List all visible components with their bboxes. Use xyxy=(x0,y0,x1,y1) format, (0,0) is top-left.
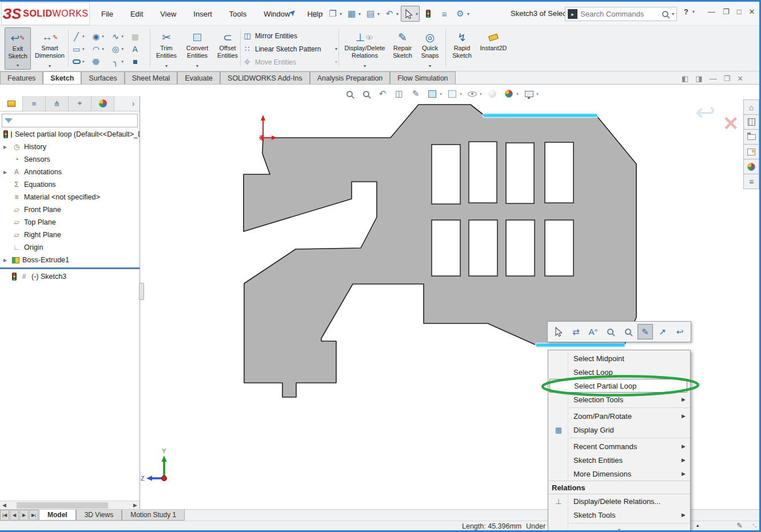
expander-icon[interactable]: ▶ xyxy=(3,170,9,175)
centerpoint-arc-tool[interactable]: ◠▾ xyxy=(90,44,109,54)
help-button[interactable]: ? xyxy=(684,7,688,16)
create-annotation-button[interactable]: A° xyxy=(586,324,601,339)
sketch-hole[interactable] xyxy=(469,220,497,276)
menu-item-select-partial-loop[interactable]: Select Partial Loop xyxy=(549,379,687,393)
menu-view[interactable]: View xyxy=(159,8,177,20)
zoom-to-area-button[interactable] xyxy=(360,87,372,100)
chevron-down-icon[interactable]: ▾ xyxy=(82,59,85,64)
expander-icon[interactable]: ▶ xyxy=(3,145,9,150)
featuremanager-tree-tab[interactable] xyxy=(0,96,23,111)
convert-entities-button[interactable]: Convert Entities ▾ xyxy=(181,27,213,70)
rapid-sketch-button[interactable]: ↯ Rapid Sketch xyxy=(448,27,476,70)
configurationmanager-tab[interactable]: ⋔ xyxy=(46,96,69,111)
chevron-down-icon[interactable]: ▾ xyxy=(467,11,469,17)
design-library-button[interactable] xyxy=(743,114,759,130)
tree-item-top-plane[interactable]: ▱Top Plane xyxy=(0,216,140,229)
circle-tool[interactable]: ◉▾ xyxy=(90,31,109,42)
tree-item-sensors[interactable]: ◔Sensors xyxy=(0,153,140,166)
chevron-down-icon[interactable]: ▾ xyxy=(340,11,342,17)
smart-dimension-context-button[interactable]: ↗ xyxy=(655,324,670,339)
chevron-down-icon[interactable]: ▾ xyxy=(102,34,104,39)
tree-filter[interactable] xyxy=(2,114,138,127)
tab-analysis-preparation[interactable]: Analysis Preparation xyxy=(310,71,391,84)
tab-solidworks-add-ins[interactable]: SOLIDWORKS Add-Ins xyxy=(220,71,310,84)
chevron-down-icon[interactable]: ▾ xyxy=(516,91,519,97)
displaymanager-tab[interactable] xyxy=(91,96,114,111)
edit-sketch-button[interactable]: ✎ xyxy=(638,324,652,339)
save-button[interactable]: ▦▾ xyxy=(344,6,362,22)
chevron-down-icon[interactable]: ▾ xyxy=(82,47,85,51)
menu-item-more-dimensions[interactable]: More Dimensions▶ xyxy=(548,467,690,481)
doc-close-button[interactable]: ✕ xyxy=(737,74,743,83)
show-left-pane-icon[interactable]: ◧ xyxy=(682,74,688,83)
dimxpertmanager-tab[interactable]: ⌖ xyxy=(69,96,91,111)
spline-tool[interactable]: ∿▾ xyxy=(110,31,129,42)
chevron-down-icon[interactable]: ▾ xyxy=(122,47,124,51)
sketch-hole[interactable] xyxy=(545,220,573,276)
smart-dimension-button[interactable]: ↔✎ Smart Dimension ▾ xyxy=(33,27,67,70)
zoom-to-fit-button[interactable] xyxy=(343,87,356,100)
tree-root-item[interactable]: Select partial loop (Default<<Default>_D… xyxy=(0,128,140,141)
close-button[interactable]: ✕ xyxy=(749,7,755,16)
show-right-pane-icon[interactable]: ◨ xyxy=(695,74,702,83)
doc-restore-button[interactable]: ❐ xyxy=(724,74,731,83)
bottom-tab-model[interactable]: Model xyxy=(39,510,76,521)
sketch-hole[interactable] xyxy=(506,220,535,276)
chevron-down-icon[interactable]: ▾ xyxy=(122,34,124,39)
cancel-sketch-icon[interactable]: ✕ xyxy=(723,112,739,135)
chevron-down-icon[interactable]: ▾ xyxy=(536,91,539,97)
sketch-fillet-tool[interactable]: ╮▾ xyxy=(110,57,129,67)
tab-evaluate[interactable]: Evaluate xyxy=(177,71,220,84)
tree-item-material-not-specified-[interactable]: ≡Material <not specified> xyxy=(0,191,140,203)
minimize-button[interactable]: — xyxy=(708,7,715,16)
rollback-bar[interactable] xyxy=(0,267,140,269)
trim-entities-button[interactable]: ✂ Trim Entities ▾ xyxy=(153,27,180,70)
chevron-down-icon[interactable]: ▾ xyxy=(335,46,337,51)
instant2d-button[interactable]: Instant2D xyxy=(477,27,510,70)
ellipse-tool[interactable]: ◎▾ xyxy=(110,44,129,54)
tab-sketch[interactable]: Sketch xyxy=(43,71,81,84)
view-orientation-button[interactable]: ▾ xyxy=(426,87,442,100)
menu-item-display-grid[interactable]: ▦Display Grid xyxy=(548,423,690,437)
menu-file[interactable]: File xyxy=(100,8,114,20)
offset-entities-button[interactable]: ⊂ Offset Entities xyxy=(214,27,241,70)
sketch-hole[interactable] xyxy=(545,142,573,203)
chevron-down-icon[interactable]: ▾ xyxy=(358,11,361,17)
view-settings-button[interactable]: ▾ xyxy=(523,87,539,100)
slot-tool[interactable]: ▾ xyxy=(71,57,90,67)
previous-view-button[interactable]: ↶ xyxy=(376,87,389,100)
menu-item-select-midpoint[interactable]: Select Midpoint xyxy=(548,351,690,365)
chevron-down-icon[interactable]: ▾ xyxy=(165,63,168,70)
chevron-down-icon[interactable]: ▾ xyxy=(440,91,442,97)
sketch-hole[interactable] xyxy=(469,142,497,203)
sketch-hole[interactable] xyxy=(432,220,460,276)
menu-item-select-loop[interactable]: Select Loop xyxy=(548,365,690,379)
tree-item-annotations[interactable]: ▶AAnnotations xyxy=(0,166,140,178)
search-input[interactable] xyxy=(580,10,659,18)
restore-button[interactable]: ❐ xyxy=(723,7,730,16)
tree-item-right-plane[interactable]: ▱Right Plane xyxy=(0,229,140,241)
chevron-down-icon[interactable]: ▾ xyxy=(480,91,482,97)
home-button[interactable]: ⌂ xyxy=(743,99,759,115)
new-document-button[interactable]: □▾ xyxy=(306,6,324,22)
point-tool[interactable] xyxy=(130,57,149,67)
tab-surfaces[interactable]: Surfaces xyxy=(81,71,124,84)
chevron-down-icon[interactable]: ▾ xyxy=(122,59,124,64)
panel-splitter-handle[interactable] xyxy=(139,283,144,300)
view-palette-button[interactable] xyxy=(743,144,759,159)
status-expand-icon[interactable]: ▴ xyxy=(696,522,699,528)
mirror-entities-button[interactable]: ◫ Mirror Entities xyxy=(242,29,337,42)
menu-insert[interactable]: Insert xyxy=(192,8,213,20)
file-explorer-button[interactable] xyxy=(743,129,759,145)
tab-features[interactable]: Features xyxy=(0,71,43,84)
undo-button[interactable]: ↶▾ xyxy=(382,6,400,22)
sketch-sketch-settings-button[interactable]: ✎ xyxy=(409,87,422,100)
display-delete-relations-button[interactable]: ⊥ Display/Delete Relations ▾ xyxy=(341,27,388,70)
section-view-button[interactable]: ◫ xyxy=(393,87,405,100)
chevron-down-icon[interactable]: ▾ xyxy=(396,11,399,17)
chevron-down-icon[interactable]: ▾ xyxy=(82,34,85,39)
line-tool[interactable]: ╱▾ xyxy=(71,31,90,42)
tab-nav-button[interactable]: ▶ xyxy=(19,510,29,521)
reverse-selection-button[interactable]: ⇄ xyxy=(568,324,583,339)
search-commands-box[interactable]: ▸ ▾ xyxy=(565,7,677,21)
